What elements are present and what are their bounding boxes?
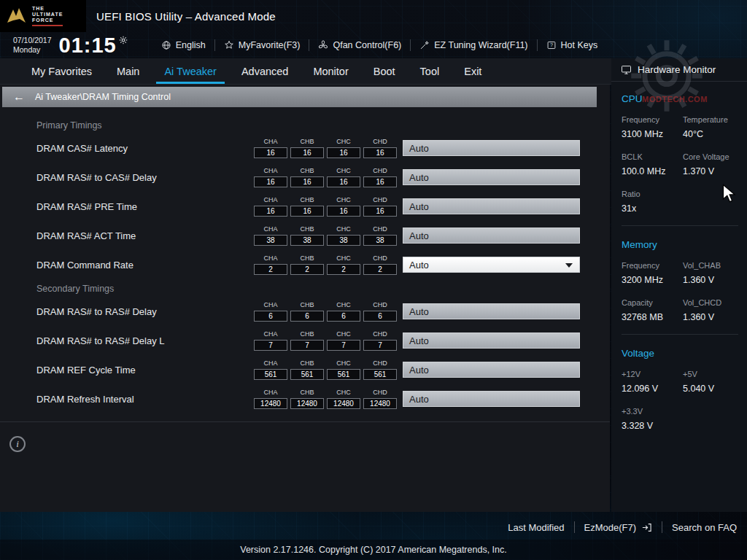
- channel-value: 6: [290, 311, 324, 322]
- ez-tuning-icon: [419, 40, 430, 50]
- hw-group-voltage: Voltage +12V 12.096 V +5V 5.040 V +3.3V …: [622, 334, 738, 431]
- globe-icon: [161, 40, 171, 50]
- hw-metric-label: BCLK: [622, 152, 683, 161]
- tab-main[interactable]: Main: [104, 58, 152, 84]
- channel-value: 561: [363, 369, 397, 380]
- channel-values: CHA 6 CHB 6 CHC 6 CHD 6: [254, 301, 397, 322]
- clock-settings-gear-icon[interactable]: [119, 34, 128, 47]
- tab-monitor[interactable]: Monitor: [301, 58, 360, 84]
- setting-value-field[interactable]: Auto: [403, 303, 580, 319]
- setting-value-field[interactable]: Auto: [403, 228, 580, 244]
- hw-metric-value: 100.0 MHz: [622, 166, 683, 176]
- channel-header: CHC: [327, 359, 360, 368]
- bottom-bar-separator: [574, 521, 575, 533]
- hotkeys-icon: ?: [546, 40, 557, 50]
- tab-advanced[interactable]: Advanced: [229, 58, 301, 84]
- channel-cell: CHB 16: [290, 196, 324, 217]
- tab-exit[interactable]: Exit: [452, 58, 494, 84]
- channel-value: 12480: [327, 398, 360, 409]
- setting-value-field[interactable]: Auto: [403, 332, 580, 349]
- tab-ai-tweaker[interactable]: Ai Tweaker: [152, 58, 228, 84]
- back-arrow-icon[interactable]: ←: [13, 91, 25, 103]
- channel-value: 12480: [290, 398, 324, 409]
- channel-header: CHD: [363, 196, 397, 204]
- setting-value-field[interactable]: Auto: [403, 362, 580, 378]
- setting-label: DRAM Refresh Interval: [36, 394, 254, 405]
- clock: 01:15: [59, 34, 117, 58]
- hw-metric-vol-chab: Vol_CHAB 1.360 V: [683, 261, 738, 285]
- toolbar-item-qfan-control-f6[interactable]: Qfan Control(F6): [309, 40, 410, 50]
- last-modified-button[interactable]: Last Modified: [508, 522, 564, 533]
- channel-cell: CHD 38: [363, 225, 397, 246]
- hw-metrics-grid: Frequency 3100 MHz Temperature 40°C BCLK…: [622, 115, 738, 214]
- channel-values: CHA 2 CHB 2 CHC 2 CHD 2: [254, 254, 397, 275]
- hw-metric-temperature: Temperature 40°C: [683, 115, 738, 139]
- channel-header: CHA: [254, 225, 287, 233]
- setting-value-field[interactable]: Auto: [403, 257, 580, 273]
- channel-cell: CHD 2: [363, 254, 397, 275]
- tuf-eagle-icon: [6, 7, 28, 26]
- channel-value: 12480: [363, 398, 397, 409]
- search-on-faq-button[interactable]: Search on FAQ: [672, 522, 737, 533]
- setting-row-dram-ras-pre-time: DRAM RAS# PRE Time CHA 16 CHB 16 CHC 16 …: [0, 192, 610, 221]
- setting-value: Auto: [409, 306, 429, 317]
- setting-value: Auto: [409, 172, 429, 183]
- channel-value: 16: [363, 176, 397, 187]
- setting-value-field[interactable]: Auto: [403, 140, 580, 156]
- setting-value-field[interactable]: Auto: [403, 391, 580, 407]
- channel-value: 2: [290, 264, 324, 275]
- channel-header: CHB: [290, 389, 324, 397]
- nav-tab-label: Main: [117, 66, 139, 77]
- channel-header: CHA: [254, 196, 287, 204]
- date-text: 07/10/2017: [13, 36, 52, 45]
- setting-value-field[interactable]: Auto: [403, 198, 580, 214]
- tab-boot[interactable]: Boot: [361, 58, 408, 84]
- tab-my-favorites[interactable]: My Favorites: [19, 58, 104, 84]
- channel-header: CHB: [290, 359, 324, 368]
- channel-value: 38: [363, 235, 397, 246]
- breadcrumb: ← Ai Tweaker\DRAM Timing Control: [2, 87, 597, 107]
- toolbar-item-label: Qfan Control(F6): [333, 40, 401, 50]
- tab-tool[interactable]: Tool: [408, 58, 452, 84]
- hw-metric-label: +5V: [683, 370, 738, 378]
- channel-cell: CHC 6: [327, 301, 360, 322]
- setting-value-field[interactable]: Auto: [403, 169, 580, 185]
- page-title: UEFI BIOS Utility – Advanced Mode: [96, 10, 276, 23]
- channel-cell: CHB 6: [290, 301, 324, 322]
- hw-metric-value: 12.096 V: [622, 384, 683, 394]
- info-bar: 07/10/2017 Monday 01:15 English MyFavori…: [0, 32, 611, 58]
- channel-values: CHA 16 CHB 16 CHC 16 CHD 16: [254, 138, 397, 158]
- toolbar-item-hot-keys[interactable]: ? Hot Keys: [538, 40, 607, 50]
- channel-cell: CHC 16: [327, 138, 360, 158]
- setting-value: Auto: [409, 335, 429, 346]
- hw-group-memory: Memory Frequency 3200 MHz Vol_CHAB 1.360…: [622, 225, 738, 322]
- channel-header: CHC: [327, 301, 360, 309]
- channel-value: 16: [254, 176, 287, 187]
- toolbar-item-myfavorite-f3[interactable]: MyFavorite(F3): [215, 40, 309, 50]
- channel-cell: CHD 7: [363, 330, 397, 351]
- setting-row-dram-refresh-interval: DRAM Refresh Interval CHA 12480 CHB 1248…: [0, 384, 610, 413]
- toolbar-item-english[interactable]: English: [152, 40, 214, 50]
- hw-metric-ratio: Ratio 31x: [622, 190, 683, 214]
- channel-header: CHB: [290, 254, 324, 262]
- channel-cell: CHA 16: [254, 196, 287, 217]
- hw-metric-bclk: BCLK 100.0 MHz: [622, 152, 683, 176]
- bottom-action-bar: Last Modified EzMode(F7) Search on FAQ: [0, 515, 747, 540]
- hw-metrics-grid: +12V 12.096 V +5V 5.040 V +3.3V 3.328 V: [622, 370, 738, 431]
- toolbar-item-label: English: [176, 40, 206, 50]
- channel-header: CHA: [254, 138, 287, 146]
- toolbar-item-ez-tuning-wizard-f11[interactable]: EZ Tuning Wizard(F11): [411, 40, 536, 50]
- channel-header: CHD: [363, 254, 397, 262]
- setting-label: DRAM RAS# ACT Time: [36, 230, 254, 241]
- nav-tab-label: Exit: [464, 66, 481, 77]
- setting-row-dram-ras-act-time: DRAM RAS# ACT Time CHA 38 CHB 38 CHC 38 …: [0, 221, 610, 250]
- hardware-monitor-panel: Hardware Monitor CPU Frequency 3100 MHz …: [611, 58, 747, 512]
- nav-tab-label: Boot: [374, 66, 395, 77]
- ezmode-button[interactable]: EzMode(F7): [584, 522, 653, 533]
- channel-cell: CHD 561: [363, 359, 397, 380]
- nav-tab-label: Tool: [420, 66, 440, 77]
- channel-header: CHA: [254, 330, 287, 338]
- hw-metric-label: +3.3V: [622, 407, 683, 416]
- channel-value: 16: [363, 147, 397, 158]
- channel-cell: CHB 38: [290, 225, 324, 246]
